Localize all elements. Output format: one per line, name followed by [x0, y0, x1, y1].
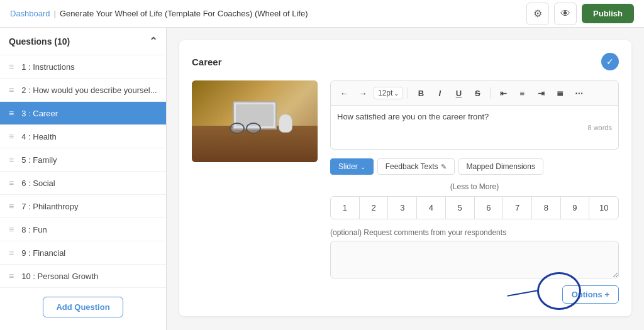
sidebar-item-label: 4 : Health: [21, 132, 57, 141]
word-count: 8 words: [337, 124, 612, 131]
question-card: Career ✓: [179, 40, 631, 316]
font-size-value: 12pt: [378, 89, 392, 97]
align-justify-button[interactable]: ≣: [552, 85, 568, 101]
bold-button[interactable]: B: [413, 85, 429, 101]
comments-textarea[interactable]: [330, 241, 619, 278]
drag-icon: ≡: [9, 178, 14, 188]
scale-grid: 12345678910: [330, 196, 619, 219]
sidebar-item-10[interactable]: ≡10 : Personal Growth: [0, 265, 166, 288]
font-size-chevron-icon: ⌄: [394, 90, 399, 97]
sidebar-item-label: 2 : How would you describe yoursel...: [21, 85, 157, 95]
drag-icon: ≡: [9, 271, 14, 281]
strikethrough-button[interactable]: S: [469, 85, 486, 101]
desk-illustration: [192, 80, 318, 162]
drag-icon: ≡: [9, 108, 14, 118]
feedback-tab-label: Feedback Texts: [386, 162, 438, 171]
breadcrumb-page-title: Generate Your Wheel of Life (Template Fo…: [60, 9, 308, 18]
sidebar-item-6[interactable]: ≡6 : Social: [0, 172, 166, 195]
feedback-edit-icon: ✎: [441, 163, 447, 171]
sidebar-item-1[interactable]: ≡1 : Instructions: [0, 55, 166, 79]
sidebar-item-8[interactable]: ≡8 : Fun: [0, 218, 166, 241]
slider-tab-label: Slider: [338, 162, 358, 171]
circle-line-annotation: [508, 290, 539, 297]
slider-tab[interactable]: Slider ⌄: [330, 158, 374, 175]
toolbar-divider-2: [490, 87, 491, 99]
settings-button[interactable]: ⚙: [526, 3, 549, 25]
scale-cell-10[interactable]: 10: [589, 197, 618, 219]
feedback-tab[interactable]: Feedback Texts ✎: [377, 158, 455, 175]
breadcrumb-separator: |: [54, 9, 56, 18]
slider-section: Slider ⌄ Feedback Texts ✎ Mapped Dimensi…: [330, 158, 619, 219]
redo-button[interactable]: →: [355, 85, 371, 101]
comments-label: (optional) Request comments from your re…: [330, 228, 619, 237]
breadcrumb-dashboard[interactable]: Dashboard: [10, 9, 50, 18]
scale-label: (Less to More): [330, 182, 619, 191]
scale-cell-4[interactable]: 4: [417, 197, 446, 219]
sidebar-header: Questions (10) ⌃: [0, 28, 166, 55]
align-left-button[interactable]: ⇤: [495, 85, 511, 101]
question-editor-area: ← → 12pt ⌄ B I U S ⇤ ≡ ⇥: [330, 80, 619, 304]
sidebar-item-label: 10 : Personal Growth: [21, 272, 98, 281]
scale-cell-3[interactable]: 3: [388, 197, 417, 219]
sidebar-item-4[interactable]: ≡4 : Health: [0, 125, 166, 148]
card-title: Career: [192, 57, 222, 67]
question-image: [192, 80, 318, 162]
underline-button[interactable]: U: [450, 85, 467, 101]
more-options-button[interactable]: ⋯: [570, 85, 587, 101]
slider-tabs: Slider ⌄ Feedback Texts ✎ Mapped Dimensi…: [330, 158, 619, 175]
main-layout: Questions (10) ⌃ ≡1 : Instructions≡2 : H…: [0, 28, 644, 330]
undo-button[interactable]: ←: [336, 85, 352, 101]
top-bar: Dashboard | Generate Your Wheel of Life …: [0, 0, 644, 28]
slider-chevron-icon: ⌄: [360, 163, 365, 170]
sidebar-item-label: 3 : Career: [21, 109, 58, 118]
scale-cell-1[interactable]: 1: [331, 197, 360, 219]
align-right-button[interactable]: ⇥: [533, 85, 549, 101]
mapped-tab[interactable]: Mapped Dimensions: [458, 158, 543, 175]
check-circle: ✓: [601, 53, 619, 70]
sidebar-item-7[interactable]: ≡7 : Philanthropy: [0, 195, 166, 218]
scale-cell-2[interactable]: 2: [360, 197, 389, 219]
sidebar-title: Questions (10): [9, 36, 70, 47]
sidebar-item-label: 7 : Philanthropy: [21, 202, 78, 211]
sidebar-item-label: 6 : Social: [21, 179, 55, 188]
drag-icon: ≡: [9, 201, 14, 211]
add-question-button[interactable]: Add Question: [43, 297, 123, 317]
sidebar-item-3[interactable]: ≡3 : Career: [0, 102, 166, 125]
sidebar-item-label: 8 : Fun: [21, 225, 47, 234]
drag-icon: ≡: [9, 131, 14, 141]
top-bar-actions: ⚙ 👁 Publish: [526, 3, 634, 25]
scale-cell-8[interactable]: 8: [532, 197, 561, 219]
sidebar: Questions (10) ⌃ ≡1 : Instructions≡2 : H…: [0, 28, 167, 330]
italic-button[interactable]: I: [431, 85, 448, 101]
editor-toolbar: ← → 12pt ⌄ B I U S ⇤ ≡ ⇥: [330, 80, 619, 106]
drag-icon: ≡: [9, 248, 14, 258]
sidebar-item-9[interactable]: ≡9 : Financial: [0, 241, 166, 265]
card-body: ← → 12pt ⌄ B I U S ⇤ ≡ ⇥: [192, 80, 619, 304]
drag-icon: ≡: [9, 85, 14, 95]
mouse-icon: [279, 114, 292, 133]
editor-text: How satisfied are you on the career fron…: [337, 112, 612, 121]
content-area: Career ✓: [167, 28, 644, 330]
sidebar-item-2[interactable]: ≡2 : How would you describe yoursel...: [0, 79, 166, 102]
scale-cell-6[interactable]: 6: [475, 197, 504, 219]
publish-button[interactable]: Publish: [582, 4, 634, 23]
editor-body[interactable]: How satisfied are you on the career fron…: [330, 106, 619, 150]
sidebar-collapse-icon[interactable]: ⌃: [149, 35, 157, 47]
breadcrumb: Dashboard | Generate Your Wheel of Life …: [10, 9, 308, 18]
preview-button[interactable]: 👁: [554, 3, 577, 25]
drag-icon: ≡: [9, 62, 14, 72]
scale-cell-5[interactable]: 5: [446, 197, 475, 219]
comments-section: (optional) Request comments from your re…: [330, 228, 619, 280]
mapped-tab-label: Mapped Dimensions: [467, 162, 535, 171]
options-button[interactable]: Options +: [562, 285, 619, 304]
sidebar-item-label: 5 : Family: [21, 155, 57, 165]
align-center-button[interactable]: ≡: [514, 85, 530, 101]
drag-icon: ≡: [9, 155, 14, 165]
sidebar-item-label: 1 : Instructions: [21, 62, 75, 72]
scale-cell-9[interactable]: 9: [561, 197, 590, 219]
font-size-selector[interactable]: 12pt ⌄: [374, 87, 403, 99]
options-row: Options +: [330, 285, 619, 304]
sidebar-item-5[interactable]: ≡5 : Family: [0, 148, 166, 172]
scale-cell-7[interactable]: 7: [503, 197, 532, 219]
card-header: Career ✓: [192, 53, 619, 70]
